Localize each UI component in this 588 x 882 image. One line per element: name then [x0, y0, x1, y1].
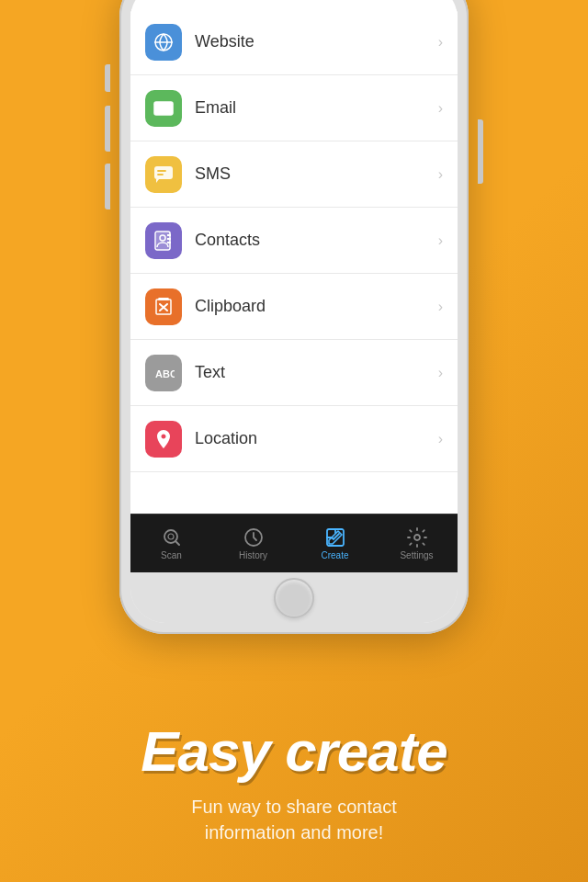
tab-create[interactable]: Create — [294, 514, 376, 572]
menu-item-location[interactable]: Location › — [130, 406, 458, 472]
contacts-chevron: › — [438, 232, 443, 249]
phone-speaker-area — [130, 0, 458, 9]
tab-bar: Scan History — [130, 514, 458, 572]
menu-item-email[interactable]: Email › — [130, 75, 458, 141]
menu-item-contacts[interactable]: Contacts › — [130, 208, 458, 274]
email-chevron: › — [438, 100, 443, 117]
clipboard-icon — [145, 288, 182, 325]
website-chevron: › — [438, 34, 443, 51]
location-icon — [145, 421, 182, 458]
tab-scan[interactable]: Scan — [130, 514, 212, 572]
website-icon — [145, 24, 182, 61]
bottom-section: Easy create Fun way to share contact inf… — [0, 720, 588, 845]
menu-item-sms[interactable]: SMS › — [130, 141, 458, 208]
tab-settings[interactable]: Settings — [376, 514, 458, 572]
sms-icon — [145, 156, 182, 193]
home-button[interactable] — [274, 578, 314, 618]
contacts-icon — [145, 222, 182, 259]
tab-settings-label: Settings — [400, 550, 433, 560]
menu-item-clipboard[interactable]: Clipboard › — [130, 274, 458, 340]
contacts-label: Contacts — [195, 231, 438, 250]
email-label: Email — [195, 98, 438, 118]
text-icon: ABC — [145, 355, 182, 391]
svg-point-13 — [168, 534, 174, 539]
website-label: Website — [195, 32, 438, 51]
location-chevron: › — [438, 431, 443, 447]
volume-up-button — [105, 106, 110, 152]
tab-history[interactable]: History — [212, 514, 294, 572]
sms-chevron: › — [438, 166, 443, 183]
phone-device: Website › Email › — [119, 0, 469, 634]
svg-point-16 — [414, 535, 420, 540]
tab-history-label: History — [239, 550, 267, 560]
phone-bottom — [130, 572, 458, 623]
clipboard-chevron: › — [438, 299, 443, 315]
subheadline: Fun way to share contact information and… — [0, 794, 588, 845]
text-label: Text — [195, 363, 438, 382]
headline: Easy create — [0, 720, 588, 783]
clipboard-label: Clipboard — [195, 297, 438, 316]
menu-item-text[interactable]: ABC Text › — [130, 340, 458, 406]
power-button — [478, 119, 483, 184]
tab-scan-label: Scan — [161, 550, 182, 560]
svg-rect-2 — [154, 166, 173, 179]
volume-down-button — [105, 164, 110, 209]
text-chevron: › — [438, 365, 443, 381]
menu-item-website[interactable]: Website › — [130, 9, 458, 75]
tab-create-label: Create — [321, 550, 348, 560]
svg-text:ABC: ABC — [155, 368, 175, 379]
menu-list: Website › Email › — [130, 9, 458, 514]
location-label: Location — [195, 429, 438, 448]
email-icon — [145, 90, 182, 127]
sms-label: SMS — [195, 164, 438, 184]
volume-mute-button — [105, 64, 110, 92]
screen: Website › Email › — [130, 9, 458, 572]
